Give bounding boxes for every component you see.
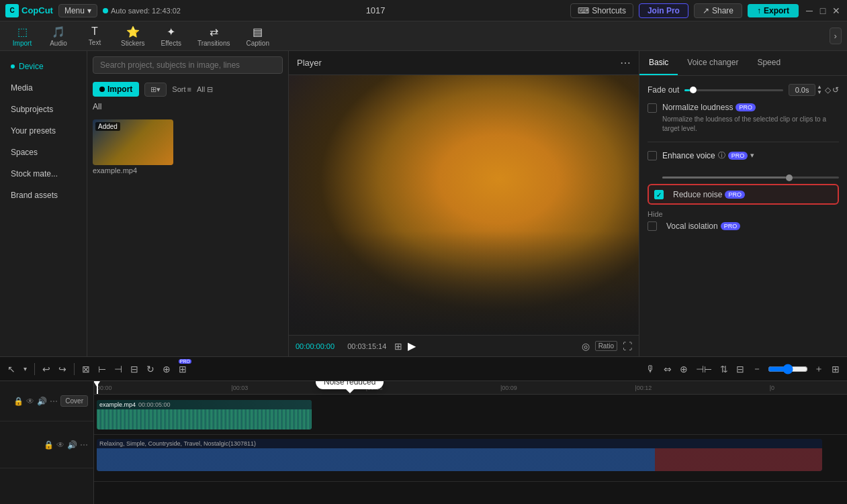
auto-save-indicator: Auto saved: 12:43:02 <box>103 7 181 15</box>
player-video <box>289 75 639 335</box>
import-dot-icon <box>99 87 105 92</box>
split-tool[interactable]: ⊠ <box>80 362 92 376</box>
tool-stickers[interactable]: ⭐ Stickers <box>114 23 152 50</box>
fit-to-window-icon[interactable]: ⊞ <box>830 362 842 376</box>
redo-button[interactable]: ↪ <box>56 362 69 376</box>
enhance-voice-checkbox[interactable] <box>648 151 657 160</box>
tool-text[interactable]: T Text <box>78 23 112 49</box>
vocal-isolation-checkbox[interactable] <box>648 221 657 231</box>
enhance-voice-slider[interactable] <box>662 177 839 179</box>
player-menu-icon[interactable]: ⋯ <box>620 56 631 69</box>
tool-audio[interactable]: 🎵 Audio <box>42 23 75 50</box>
keyframe-diamond-icon[interactable]: ◇ <box>825 85 831 95</box>
filter-all-button[interactable]: All ⊟ <box>197 85 213 94</box>
normalize-loudness-content: Normalize loudness PRO Normalize the lou… <box>662 103 839 134</box>
sidebar-item-device[interactable]: Device <box>3 56 84 77</box>
track-labels: 🔒 👁 🔊 ⋯ Cover 🔒 👁 🔊 ⋯ <box>0 381 94 504</box>
timeline-photo-icon[interactable]: ⊟ <box>734 362 746 376</box>
grid-icon[interactable]: ⊞ <box>394 341 402 352</box>
toolbar-expand-button[interactable]: › <box>830 28 842 44</box>
zoom-in-icon[interactable]: ＋ <box>812 361 826 377</box>
audio-track-icon[interactable]: 🔊 <box>37 397 47 406</box>
timeline-magnet-icon[interactable]: ⊕ <box>678 362 690 376</box>
share-button[interactable]: ↗ Share <box>694 3 742 18</box>
trim-right-tool[interactable]: ⊣ <box>112 362 124 376</box>
tab-speed-label: Speed <box>757 58 781 67</box>
audio-clip[interactable]: Relaxing, Simple, Countryside, Travel, N… <box>97 439 822 471</box>
sidebar-item-media[interactable]: Media <box>3 78 84 98</box>
pro-tool[interactable]: ⊞ PRO <box>177 362 189 376</box>
video-clip[interactable]: example.mp4 00:00:05:00 <box>97 400 312 430</box>
tool-effects[interactable]: ✦ Effects <box>154 23 188 50</box>
delete-tool[interactable]: ⊟ <box>128 362 140 376</box>
import-button[interactable]: Import <box>93 82 139 97</box>
tab-voice-changer[interactable]: Voice changer <box>678 51 748 75</box>
shortcuts-button[interactable]: ⌨ Shortcuts <box>570 3 633 18</box>
select-tool[interactable]: ↖ <box>5 362 17 376</box>
decrement-arrow-icon[interactable]: ▼ <box>817 90 822 95</box>
target-icon[interactable]: ◎ <box>582 341 590 352</box>
zoom-out-icon[interactable]: － <box>750 361 764 377</box>
mic-icon[interactable]: 🎙 <box>644 362 658 376</box>
reduce-noise-section: ✓ Reduce noise PRO Hide <box>648 184 839 218</box>
tab-speed[interactable]: Speed <box>748 51 790 75</box>
tool-stickers-label: Stickers <box>121 40 145 47</box>
cover-button[interactable]: Cover <box>60 395 88 407</box>
enhance-thumb[interactable] <box>786 174 793 181</box>
tab-basic[interactable]: Basic <box>639 51 678 75</box>
tool-captions[interactable]: ▤ Caption <box>240 23 276 50</box>
audio-speaker-icon[interactable]: 🔊 <box>67 440 77 450</box>
minimize-button[interactable]: ─ <box>804 5 815 16</box>
eye-icon[interactable]: 👁 <box>26 397 34 406</box>
trim-left-tool[interactable]: ⊢ <box>96 362 108 376</box>
sidebar-item-spaces[interactable]: Spaces <box>3 142 84 162</box>
reduce-noise-checkbox[interactable]: ✓ <box>654 190 664 199</box>
more-icon[interactable]: ⋯ <box>50 397 58 406</box>
export-button[interactable]: ↑ Export <box>748 4 799 17</box>
enhance-chevron-down-icon[interactable]: ▾ <box>750 151 754 160</box>
sidebar-item-brand-assets[interactable]: Brand assets <box>3 185 84 205</box>
menu-button[interactable]: Menu ▾ <box>58 4 97 17</box>
timeline-snap-icon[interactable]: ⇔ <box>662 362 674 376</box>
player-ctrl-icons: ◎ Ratio ⛶ <box>582 341 632 352</box>
fade-out-slider[interactable] <box>684 89 783 91</box>
audio-eye-icon[interactable]: 👁 <box>56 440 64 450</box>
maximize-button[interactable]: □ <box>817 5 828 16</box>
audio-more-icon[interactable]: ⋯ <box>80 440 88 450</box>
view-toggle-button[interactable]: ⊞▾ <box>144 83 167 97</box>
sidebar-item-your-presets[interactable]: Your presets <box>3 121 84 141</box>
sidebar-item-stock-mate[interactable]: Stock mate... <box>3 164 84 184</box>
fade-out-value-input[interactable] <box>789 84 815 96</box>
timeline-link-icon[interactable]: ⇅ <box>718 362 730 376</box>
tool-import[interactable]: ⬚ Import <box>5 23 39 50</box>
lock-icon[interactable]: 🔒 <box>13 397 24 406</box>
shield-tool[interactable]: ⊕ <box>161 362 173 376</box>
reset-icon[interactable]: ↺ <box>832 85 839 95</box>
tool-transitions[interactable]: ⇄ Transitions <box>191 23 237 50</box>
slider-thumb[interactable] <box>690 87 697 93</box>
timeline-split-icon[interactable]: ⊣⊢ <box>694 362 714 376</box>
captions-icon: ▤ <box>253 26 263 38</box>
media-tab-all[interactable]: All <box>93 102 101 111</box>
media-search-input[interactable] <box>93 56 283 74</box>
sidebar-item-subprojects[interactable]: Subprojects <box>3 99 84 119</box>
play-button[interactable]: ▶ <box>408 340 416 352</box>
zoom-slider[interactable] <box>768 364 808 374</box>
ratio-button[interactable]: Ratio <box>595 341 617 351</box>
import-label: Import <box>107 85 132 94</box>
fullscreen-icon[interactable]: ⛶ <box>623 341 632 352</box>
timeline-toolbar: ↖ ▾ ↩ ↪ ⊠ ⊢ ⊣ ⊟ ↻ ⊕ ⊞ PRO 🎙 ⇔ ⊕ ⊣⊢ ⇅ ⊟ －… <box>0 357 847 381</box>
rotate-tool[interactable]: ↻ <box>144 362 157 376</box>
info-circle-icon[interactable]: ⓘ <box>718 150 725 160</box>
normalize-loudness-row: Normalize loudness PRO Normalize the lou… <box>648 103 839 142</box>
toolbar-separator <box>34 363 35 375</box>
normalize-loudness-checkbox[interactable] <box>648 103 657 113</box>
select-dropdown-icon[interactable]: ▾ <box>21 363 29 374</box>
undo-button[interactable]: ↩ <box>40 362 52 376</box>
media-item[interactable]: Added example.mp4 <box>93 119 283 174</box>
join-pro-button[interactable]: Join Pro <box>639 3 688 18</box>
audio-lock-icon[interactable]: 🔒 <box>44 440 54 450</box>
sort-button[interactable]: Sort ≡ <box>172 85 191 93</box>
audio-clip-header: Relaxing, Simple, Countryside, Travel, N… <box>97 439 822 448</box>
close-button[interactable]: ✕ <box>831 5 842 16</box>
